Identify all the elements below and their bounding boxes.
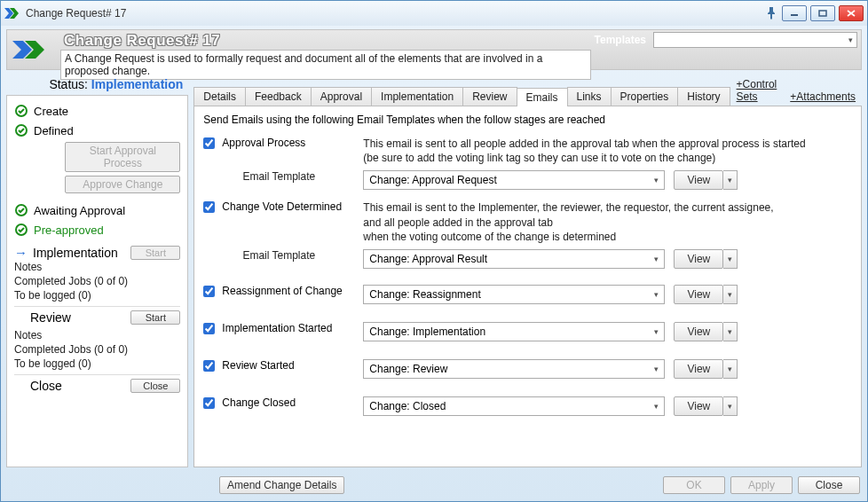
stage-label: Pre-approved xyxy=(34,224,104,237)
select-closed-template[interactable]: Change: Closed ▾ xyxy=(363,396,665,416)
row-vote-determined: Change Vote Determined This email is sen… xyxy=(203,197,852,247)
stage-label: Review xyxy=(14,310,71,325)
chevron-down-icon: ▾ xyxy=(654,327,659,336)
status-label: Status: xyxy=(49,77,88,91)
status-heading: Status: Implementation xyxy=(6,72,188,95)
pin-icon[interactable] xyxy=(764,6,778,20)
check-impl-started[interactable]: Implementation Started xyxy=(203,322,354,334)
checkbox[interactable] xyxy=(203,201,215,213)
chevron-down-icon: ▾ xyxy=(844,35,856,44)
apply-button: Apply xyxy=(730,476,793,494)
row-review-started: Review Started Change: Review ▾ View ▾ xyxy=(203,356,852,382)
footer: Amend Change Details OK Apply Close xyxy=(1,471,867,501)
emails-instruction: Send Emails using the following Email Te… xyxy=(203,114,852,133)
stage-label: Close xyxy=(14,379,62,393)
select-impl-template[interactable]: Change: Implementation ▾ xyxy=(363,322,665,341)
templates-label: Templates xyxy=(591,32,650,48)
implementation-start-button: Start xyxy=(130,246,180,260)
stage-implementation: → Implementation Start xyxy=(14,239,180,260)
notes-label: Notes xyxy=(14,260,180,274)
tab-implementation[interactable]: Implementation xyxy=(371,87,463,106)
stage-close: Close Close xyxy=(14,374,180,396)
stage-defined: Defined xyxy=(14,121,180,140)
chevron-down-icon: ▾ xyxy=(654,290,659,299)
header-chevrons-icon xyxy=(7,30,60,69)
check-approval-process[interactable]: Approval Process xyxy=(203,137,354,149)
window-title: Change Request# 17 xyxy=(24,7,764,20)
view-button[interactable]: View xyxy=(674,396,723,416)
app-chevrons-icon xyxy=(4,8,24,19)
tab-feedback[interactable]: Feedback xyxy=(245,87,312,106)
status-value: Implementation xyxy=(91,77,183,91)
row-change-closed: Change Closed Change: Closed ▾ View ▾ xyxy=(203,393,852,420)
view-button[interactable]: View xyxy=(674,170,723,190)
checkbox[interactable] xyxy=(203,360,215,372)
tab-details[interactable]: Details xyxy=(193,87,246,106)
emails-tab-content: Send Emails using the following Email Te… xyxy=(193,106,862,467)
select-approval-template[interactable]: Change: Approval Request ▾ xyxy=(363,170,665,190)
checkbox[interactable] xyxy=(203,323,215,334)
to-be-logged: To be logged (0) xyxy=(14,357,180,371)
checkbox[interactable] xyxy=(203,286,215,297)
tab-attachments[interactable]: +Attachments xyxy=(783,88,863,106)
tab-review[interactable]: Review xyxy=(462,87,517,106)
close-window-button[interactable] xyxy=(839,5,864,21)
start-approval-button: Start Approval Process xyxy=(65,142,180,172)
row-vote-template: Email Template Change: Approval Result ▾… xyxy=(203,247,852,271)
titlebar: Change Request# 17 xyxy=(1,1,867,26)
maximize-button[interactable] xyxy=(810,5,835,21)
stage-review: Review Start xyxy=(14,306,180,328)
tab-links[interactable]: Links xyxy=(567,87,612,106)
tab-approval[interactable]: Approval xyxy=(311,87,372,106)
check-label: Change Closed xyxy=(222,396,296,409)
row-impl-started: Implementation Started Change: Implement… xyxy=(203,318,852,345)
desc-approval-process: This email is sent to all people added i… xyxy=(363,137,852,165)
approve-change-button: Approve Change xyxy=(65,176,180,193)
close-button[interactable]: Close xyxy=(798,476,860,494)
view-dropdown[interactable]: ▾ xyxy=(723,285,738,304)
view-button[interactable]: View xyxy=(674,249,723,269)
tab-properties[interactable]: Properties xyxy=(611,87,679,106)
minimize-button[interactable] xyxy=(782,5,807,21)
view-dropdown[interactable]: ▾ xyxy=(723,322,738,341)
arrow-right-icon: → xyxy=(14,245,28,260)
stage-label: Defined xyxy=(34,124,74,137)
tab-history[interactable]: History xyxy=(677,87,730,106)
view-dropdown[interactable]: ▾ xyxy=(723,396,738,416)
select-vote-template[interactable]: Change: Approval Result ▾ xyxy=(363,249,665,269)
tabs-bar: Details Feedback Approval Implementation… xyxy=(193,72,862,106)
email-template-label: Email Template xyxy=(203,249,354,262)
check-reassignment[interactable]: Reassignment of Change xyxy=(203,285,354,297)
view-button[interactable]: View xyxy=(674,322,723,341)
review-start-button[interactable]: Start xyxy=(130,310,180,325)
chevron-down-icon: ▾ xyxy=(654,176,659,184)
check-change-closed[interactable]: Change Closed xyxy=(203,396,354,409)
stage-label: Implementation xyxy=(33,246,125,260)
templates-dropdown[interactable]: ▾ xyxy=(653,32,857,48)
svg-rect-3 xyxy=(819,11,826,16)
email-template-label: Email Template xyxy=(203,170,354,183)
amend-change-details-button[interactable]: Amend Change Details xyxy=(219,476,344,494)
check-vote-determined[interactable]: Change Vote Determined xyxy=(203,200,354,213)
select-reassignment-template[interactable]: Change: Reassignment ▾ xyxy=(363,285,665,304)
chevron-down-icon: ▾ xyxy=(654,255,659,263)
stage-close-button[interactable]: Close xyxy=(130,379,180,393)
checkbox[interactable] xyxy=(203,137,215,149)
check-label: Review Started xyxy=(222,359,294,372)
check-review-started[interactable]: Review Started xyxy=(203,359,354,372)
check-label: Change Vote Determined xyxy=(222,200,342,213)
header-strip: Change Request# 17 A Change Request is u… xyxy=(6,29,862,70)
select-review-template[interactable]: Change: Review ▾ xyxy=(363,359,665,379)
view-button[interactable]: View xyxy=(674,359,723,379)
checkbox[interactable] xyxy=(203,397,215,409)
view-dropdown[interactable]: ▾ xyxy=(723,359,738,379)
tab-emails[interactable]: Emails xyxy=(517,88,568,106)
view-dropdown[interactable]: ▾ xyxy=(723,170,738,190)
header-title-block: Change Request# 17 A Change Request is u… xyxy=(60,30,591,69)
stage-awaiting-approval: Awaiting Approval xyxy=(14,200,180,220)
view-button[interactable]: View xyxy=(674,285,723,304)
row-reassignment: Reassignment of Change Change: Reassignm… xyxy=(203,281,852,308)
tab-control-sets[interactable]: +Control Sets xyxy=(730,75,785,106)
status-box: Create Defined Start Approval Process Ap… xyxy=(6,95,188,467)
view-dropdown[interactable]: ▾ xyxy=(723,249,738,269)
